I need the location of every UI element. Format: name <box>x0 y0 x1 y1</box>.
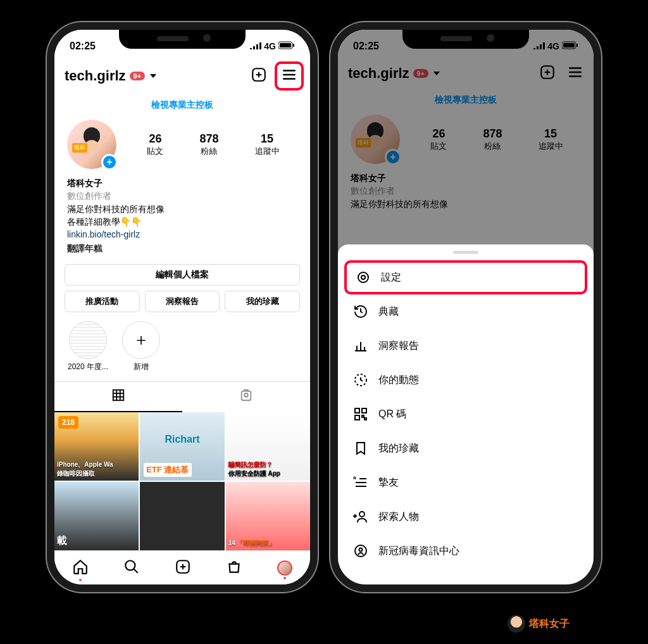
nav-shop[interactable] <box>226 559 242 578</box>
bookmark-icon <box>353 441 368 456</box>
svg-point-46 <box>359 512 364 517</box>
bottom-nav <box>54 550 310 584</box>
menu-close-friends[interactable]: 摯友 <box>338 465 594 500</box>
notch <box>119 30 246 49</box>
insights-button[interactable]: 洞察報告 <box>145 291 220 312</box>
menu-insights[interactable]: 洞察報告 <box>338 329 594 363</box>
nav-home[interactable] <box>72 559 89 578</box>
post-thumbnail[interactable]: 218 iPhone、Apple Wa錄咖啡因攝取 <box>54 412 139 481</box>
username-switcher[interactable]: tech.girlz 9+ <box>65 68 156 84</box>
post-thumbnail[interactable]: 騙簡訊怎麼防？你用安全防護 App <box>226 412 310 481</box>
signal-icon <box>250 41 261 51</box>
hamburger-menu-button[interactable] <box>275 61 304 91</box>
battery-icon <box>278 41 295 51</box>
profile-avatar[interactable]: 塔科 + <box>67 120 116 169</box>
profile-header: tech.girlz 9+ <box>54 58 310 94</box>
watermark: 塔科女子 <box>508 615 570 633</box>
nav-profile[interactable] <box>277 560 292 576</box>
menu-sheet: 設定 典藏 洞察報告 <box>338 244 594 584</box>
nav-search[interactable] <box>123 559 140 578</box>
menu-qr[interactable]: QR 碼 <box>338 397 594 431</box>
svg-marker-42 <box>354 477 356 479</box>
saved-button[interactable]: 我的珍藏 <box>225 291 300 312</box>
bio-line2: 各種詳細教學👇👇 <box>67 215 297 228</box>
dashboard-link[interactable]: 檢視專業主控板 <box>54 94 310 117</box>
watermark-text: 塔科女子 <box>529 617 570 631</box>
menu-settings[interactable]: 設定 <box>344 260 587 294</box>
story-highlights: 2020 年度... ＋ 新增 <box>54 312 310 377</box>
svg-rect-38 <box>362 408 366 413</box>
notification-badge: 9+ <box>130 72 146 80</box>
menu-activity[interactable]: 你的動態 <box>338 363 594 397</box>
menu-archive[interactable]: 典藏 <box>338 294 594 329</box>
stat-posts[interactable]: 26 貼文 <box>147 132 163 157</box>
post-thumbnail[interactable] <box>140 482 224 550</box>
clock-icon <box>353 372 368 388</box>
svg-rect-37 <box>355 408 359 413</box>
svg-rect-1 <box>280 43 291 47</box>
avatar-badge: 塔科 <box>72 143 87 153</box>
bio-name: 塔科女子 <box>67 177 297 189</box>
profile-bio: 塔科女子 數位創作者 滿足你對科技的所有想像 各種詳細教學👇👇 linkin.b… <box>54 177 310 255</box>
stat-followers[interactable]: 878 粉絲 <box>199 132 218 157</box>
person-add-icon <box>353 509 368 524</box>
svg-point-50 <box>359 548 363 552</box>
bio-line1: 滿足你對科技的所有想像 <box>67 203 297 215</box>
qr-icon <box>353 407 368 422</box>
svg-line-17 <box>134 569 138 573</box>
svg-point-30 <box>358 272 368 282</box>
nav-create[interactable] <box>175 559 191 578</box>
notch <box>402 30 529 49</box>
chart-icon <box>353 338 368 353</box>
post-grid: 218 iPhone、Apple Wa錄咖啡因攝取 Richart ETF 連結… <box>54 412 310 550</box>
svg-point-31 <box>361 275 365 279</box>
add-story-icon[interactable]: + <box>101 154 118 170</box>
bio-link[interactable]: linkin.bio/tech-girlz <box>67 228 297 241</box>
menu-saved[interactable]: 我的珍藏 <box>338 431 594 465</box>
menu-discover[interactable]: 探索人物 <box>338 500 594 534</box>
svg-rect-14 <box>242 391 251 400</box>
stat-following[interactable]: 15 追蹤中 <box>255 132 280 157</box>
username-label: tech.girlz <box>65 68 126 84</box>
bio-category: 數位創作者 <box>67 189 297 202</box>
svg-rect-41 <box>364 418 366 420</box>
svg-rect-39 <box>355 415 359 420</box>
highlight-add[interactable]: ＋ 新增 <box>120 321 162 372</box>
menu-covid[interactable]: 新冠病毒資訊中心 <box>338 534 594 568</box>
gear-icon <box>356 270 371 285</box>
post-thumbnail[interactable]: 14 「即將到來」 <box>226 482 310 550</box>
info-icon <box>353 543 368 559</box>
svg-rect-2 <box>293 44 294 47</box>
promo-button[interactable]: 推廣活動 <box>65 291 140 312</box>
phone-left: 02:25 4G tech.girlz 9+ <box>47 22 318 592</box>
chevron-down-icon <box>150 74 156 78</box>
watermark-avatar-icon <box>508 615 525 633</box>
svg-point-16 <box>125 560 135 570</box>
sheet-handle[interactable] <box>453 251 478 254</box>
network-label: 4G <box>264 41 276 51</box>
highlight-item[interactable]: 2020 年度... <box>67 321 109 372</box>
status-time: 02:25 <box>70 41 96 52</box>
svg-point-15 <box>244 393 248 397</box>
edit-profile-button[interactable]: 編輯個人檔案 <box>65 264 300 286</box>
post-thumbnail[interactable]: Richart ETF 連結基 <box>140 412 224 481</box>
list-star-icon <box>353 475 368 490</box>
tab-grid[interactable] <box>54 382 182 412</box>
tab-tagged[interactable] <box>182 382 310 412</box>
post-thumbnail[interactable]: 載 <box>54 482 139 550</box>
history-icon <box>353 304 368 319</box>
bio-translate[interactable]: 翻譯年糕 <box>67 242 297 255</box>
create-button[interactable] <box>251 66 267 85</box>
svg-rect-40 <box>362 415 364 417</box>
svg-rect-9 <box>113 390 124 401</box>
phone-right: 02:25 4G tech.girlz 9+ <box>330 22 601 592</box>
